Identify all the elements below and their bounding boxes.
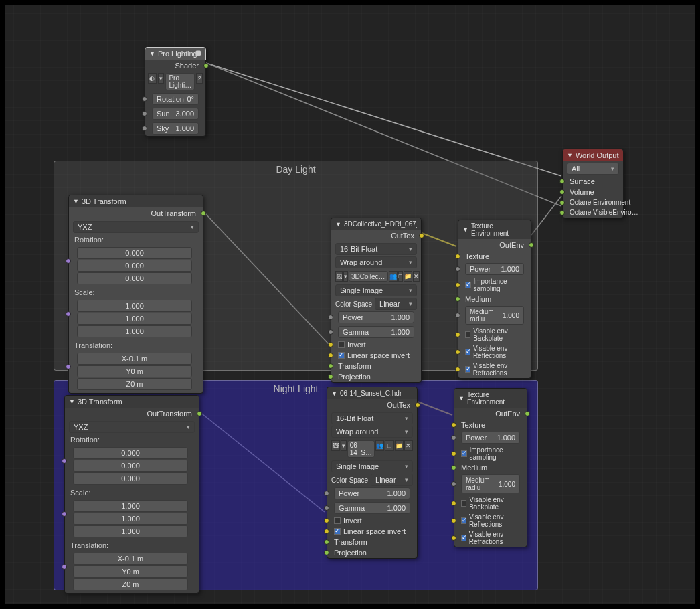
node-texenv-night[interactable]: ▼ Texture Environment OutEnv Texture Pow… — [454, 388, 527, 547]
in-volume: Volume — [563, 187, 623, 197]
rotation-order-dropdown[interactable]: YXZ▾ — [69, 421, 195, 433]
in-backplate[interactable]: Visable env Backplate — [458, 326, 531, 343]
node-header[interactable]: ▼ Texture Environment — [454, 389, 527, 408]
colorspace-label: Color Space — [335, 300, 372, 308]
node-header[interactable]: ▼ 3DCollective_HDRi_067_1326… — [331, 218, 421, 230]
chevron-down-icon[interactable]: ▾ — [343, 271, 348, 282]
collapse-icon[interactable]: ▼ — [69, 398, 75, 405]
new-icon[interactable]: □ — [398, 271, 403, 282]
in-medium: Medium — [458, 294, 531, 304]
node-header[interactable]: ▼ 3D Transform — [65, 396, 199, 408]
image-name-field[interactable]: 3DCollec… — [349, 271, 388, 282]
node-header-prolighting[interactable]: ▼ Pro Lighting: Skie… — [145, 47, 206, 60]
source-dropdown[interactable]: Single Image▾ — [335, 284, 417, 296]
node-header[interactable]: ▼ 06-14_Sunset_C.hdr — [327, 387, 417, 399]
globe-icon[interactable]: ◐ — [148, 73, 157, 84]
chevron-down-icon[interactable]: ▾ — [158, 73, 165, 84]
in-refract[interactable]: Visable env Refractions — [454, 529, 527, 547]
group-dropdown[interactable]: Pro Lighti… — [165, 73, 195, 90]
collapse-icon[interactable]: ▼ — [73, 198, 79, 205]
target-dropdown[interactable]: All▾ — [567, 163, 619, 175]
colorspace-dropdown[interactable]: Linear▾ — [371, 474, 413, 486]
node-prolighting[interactable]: ▼ Pro Lighting: Skie… Shader ◐ ▾ Pro Lig… — [145, 47, 206, 137]
wrap-dropdown[interactable]: Wrap around▾ — [331, 426, 413, 438]
in-medrad[interactable]: Medium radiu1.000 — [458, 304, 531, 326]
in-rotation[interactable]: Rotation0° — [145, 92, 205, 106]
scale-label: Scale: — [69, 287, 203, 298]
bitdepth-dropdown[interactable]: 16-Bit Float▾ — [335, 243, 417, 255]
in-gamma[interactable]: Gamma1.000 — [331, 325, 421, 339]
translation-label: Translation: — [65, 540, 199, 551]
node-title: 3D Transform — [82, 197, 126, 205]
node-teximage-night[interactable]: ▼ 06-14_Sunset_C.hdr OutTex 16-Bit Float… — [327, 387, 418, 559]
in-importance[interactable]: Importance sampling — [458, 276, 531, 294]
in-texture: Texture — [454, 420, 527, 430]
collapse-icon[interactable]: ▼ — [567, 152, 573, 159]
unlink-icon[interactable]: ✕ — [413, 271, 420, 282]
wrap-dropdown[interactable]: Wrap around▾ — [335, 256, 417, 268]
chevron-down-icon[interactable]: ▾ — [341, 440, 346, 451]
unlink-icon[interactable]: ✕ — [404, 440, 413, 451]
in-invert[interactable]: Invert — [327, 515, 417, 526]
node-3dtransform-night[interactable]: ▼ 3D Transform OutTransform YXZ▾ Rotatio… — [64, 395, 199, 594]
out-transform: OutTransform — [65, 408, 199, 420]
in-invert[interactable]: Invert — [331, 339, 421, 350]
in-projection: Projection — [327, 547, 417, 558]
in-power[interactable]: Power1.000 — [327, 486, 417, 501]
collapse-icon[interactable]: ▼ — [462, 226, 468, 233]
image-browse-icon[interactable]: 🖼 — [335, 271, 343, 282]
translation-vec[interactable]: X-0.1 mY0 mZ0 m — [73, 553, 188, 591]
scale-vec[interactable]: 1.000 1.000 1.000 — [77, 300, 192, 338]
in-reflect[interactable]: Visable env Reflections — [458, 343, 531, 361]
node-teximage-day[interactable]: ▼ 3DCollective_HDRi_067_1326… OutTex 16-… — [331, 217, 422, 383]
rotation-order-dropdown[interactable]: YXZ▾ — [73, 221, 199, 233]
source-dropdown[interactable]: Single Image▾ — [331, 460, 413, 472]
scale-label: Scale: — [65, 487, 199, 498]
collapse-icon[interactable]: ▼ — [331, 390, 337, 397]
out-transform: OutTransform — [69, 207, 203, 220]
in-linspace[interactable]: Linear space invert — [331, 350, 421, 361]
colorspace-dropdown[interactable]: Linear▾ — [375, 298, 417, 310]
svg-rect-7 — [196, 51, 201, 56]
collapse-icon[interactable]: ▼ — [149, 50, 155, 57]
image-name-field[interactable]: 06-14_S… — [347, 440, 375, 458]
in-power[interactable]: Power1.000 — [331, 310, 421, 325]
open-icon[interactable]: 📁 — [395, 440, 404, 451]
node-header-world-output[interactable]: ▼ World Output — [563, 149, 623, 161]
in-linspace[interactable]: Linear space invert — [327, 526, 417, 537]
in-power[interactable]: Power1.000 — [454, 430, 527, 445]
new-icon[interactable]: □ — [385, 440, 393, 451]
rotation-vec[interactable]: 0.0000.0000.000 — [73, 447, 188, 485]
scale-vec[interactable]: 1.0001.0001.000 — [73, 500, 188, 538]
users-icon[interactable]: 👥 — [375, 440, 384, 451]
node-header[interactable]: ▼ Texture Environment — [458, 220, 531, 239]
in-transform: Transform — [331, 361, 421, 371]
in-sky[interactable]: Sky1.000 — [145, 121, 205, 136]
node-title: 3DCollective_HDRi_067_1326… — [344, 220, 417, 228]
rotation-label: Rotation: — [65, 434, 199, 445]
collapse-icon[interactable]: ▼ — [458, 395, 464, 402]
in-importance[interactable]: Importance sampling — [454, 445, 527, 462]
in-power[interactable]: Power1.000 — [458, 262, 531, 276]
node-world-output[interactable]: ▼ World Output All▾ Surface Volume Octan… — [562, 149, 624, 218]
translation-vec[interactable]: X-0.1 m Y0 m Z0 m — [77, 353, 192, 391]
node-3dtransform-day[interactable]: ▼ 3D Transform OutTransform YXZ▾ Rotatio… — [68, 195, 203, 394]
image-browse-icon[interactable]: 🖼 — [331, 440, 340, 451]
node-texenv-day[interactable]: ▼ Texture Environment OutEnv Texture Pow… — [458, 220, 531, 379]
rotation-vec[interactable]: 0.000 0.000 0.000 — [77, 247, 192, 285]
translation-label: Translation: — [69, 340, 203, 351]
node-header[interactable]: ▼ 3D Transform — [69, 195, 203, 207]
in-sun[interactable]: Sun3.000 — [145, 106, 205, 121]
collapse-icon[interactable]: ▼ — [335, 221, 341, 228]
open-icon[interactable]: 📁 — [404, 271, 412, 282]
in-medrad[interactable]: Medium radiu1.000 — [454, 473, 527, 495]
in-gamma[interactable]: Gamma1.000 — [327, 501, 417, 515]
in-refract[interactable]: Visable env Refractions — [458, 361, 531, 378]
in-reflect[interactable]: Visable env Reflections — [454, 512, 527, 529]
users-icon[interactable]: 2 — [196, 73, 203, 84]
in-backplate[interactable]: Visable env Backplate — [454, 495, 527, 512]
bitdepth-dropdown[interactable]: 16-Bit Float▾ — [331, 412, 413, 424]
in-texture: Texture — [458, 251, 531, 262]
node-title: Texture Environment — [471, 222, 527, 237]
users-icon[interactable]: 👥 — [389, 271, 398, 282]
